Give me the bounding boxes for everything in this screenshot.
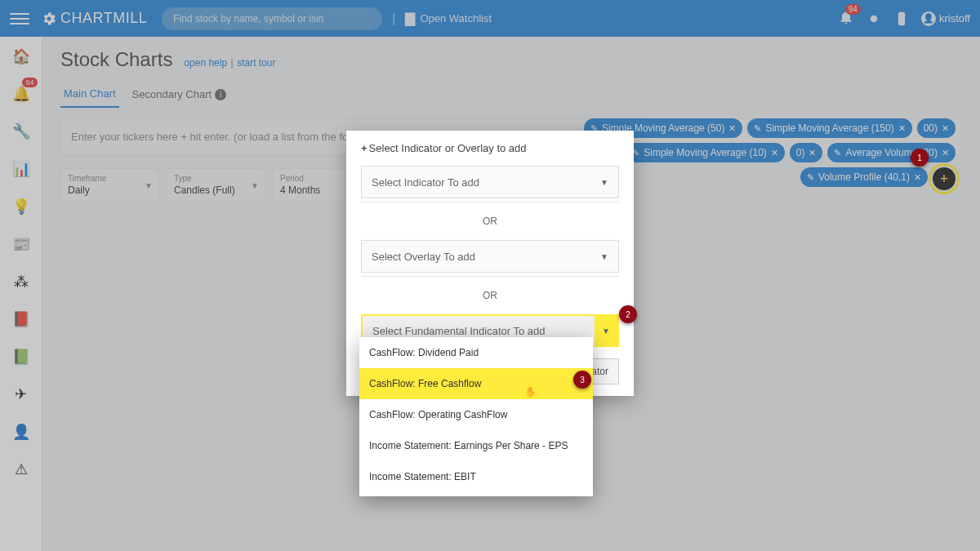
- select-overlay-dropdown[interactable]: Select Overlay To add ▼: [361, 240, 619, 273]
- step-marker-2: 2: [619, 305, 637, 323]
- select-indicator-dropdown[interactable]: Select Indicator To add ▼: [361, 166, 619, 198]
- step-marker-3: 3: [573, 371, 591, 389]
- dd-gross-profit[interactable]: Income Statement: Gross Profit: [359, 492, 593, 496]
- dd-free-cashflow[interactable]: CashFlow: Free Cashflow: [359, 368, 593, 399]
- cursor-icon: ✋: [524, 386, 537, 398]
- step-marker-1: 1: [911, 149, 929, 167]
- plus-icon: +: [361, 142, 368, 154]
- caret-icon: ▼: [600, 178, 608, 187]
- or-label-2: OR: [361, 277, 619, 314]
- dd-ebit[interactable]: Income Statement: EBIT: [359, 461, 593, 492]
- fundamental-dropdown-list[interactable]: CashFlow: Dividend Paid CashFlow: Free C…: [359, 337, 593, 496]
- dd-eps[interactable]: Income Statement: Earnings Per Share - E…: [359, 430, 593, 461]
- or-label-1: OR: [361, 202, 619, 240]
- dd-operating-cashflow[interactable]: CashFlow: Operating CashFlow: [359, 399, 593, 430]
- caret-icon: ▼: [600, 252, 608, 261]
- dialog-title: +Select Indicator or Overlay to add: [361, 142, 619, 154]
- caret-highlight: ▼: [595, 316, 617, 345]
- dd-dividend-paid[interactable]: CashFlow: Dividend Paid: [359, 337, 593, 368]
